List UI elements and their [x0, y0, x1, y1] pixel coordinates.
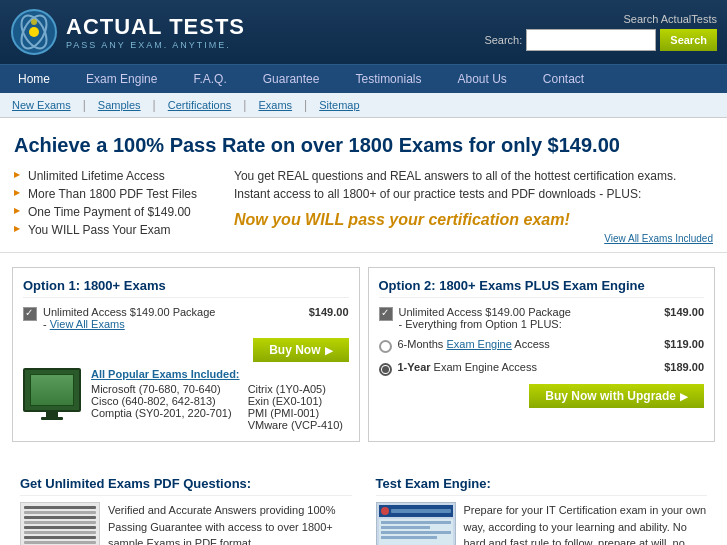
search-input[interactable]	[526, 29, 656, 51]
logo-area: ACTUAL TESTS PASS ANY EXAM. ANYTIME.	[10, 8, 245, 56]
option1-products-text: All Popular Exams Included: Microsoft (7…	[91, 368, 343, 431]
exam-engine-link[interactable]: Exam Engine	[446, 338, 511, 350]
option1-products-row: All Popular Exams Included: Microsoft (7…	[23, 368, 349, 431]
option2-6months-text: 6-Months Exam Engine Access	[398, 338, 659, 350]
hero-description: You get REAL questions and REAL answers …	[234, 167, 713, 244]
hero-bullets: Unlimited Lifetime Access More Than 1800…	[14, 167, 214, 244]
option1-package-text: Unlimited Access $149.00 Package - View …	[43, 306, 303, 330]
nav-item-home[interactable]: Home	[0, 65, 68, 93]
option2-1year-rest: Exam Engine Access	[431, 361, 537, 373]
pdf-thumbnail	[20, 502, 100, 545]
brand-cisco: Cisco (640-802, 642-813)	[91, 395, 216, 407]
bottom-engine-box: Test Exam Engine: Prepare for your IT Ce…	[368, 468, 716, 545]
hero-content: Unlimited Lifetime Access More Than 1800…	[14, 167, 713, 244]
option2-radio-6months[interactable]	[379, 340, 392, 353]
brand-vmware: VMware (VCP-410)	[248, 419, 343, 431]
hero-headline: Achieve a 100% Pass Rate on over 1800 Ex…	[14, 134, 713, 157]
bottom-pdf-box: Get Unlimited Exams PDF Questions:	[12, 468, 360, 545]
hero-desc-text: You get REAL questions and REAL answers …	[234, 167, 713, 203]
option1-view-all-link[interactable]: View All Exams	[50, 318, 125, 330]
option2-6months-row: 6-Months Exam Engine Access $119.00	[379, 338, 705, 353]
option1-products-title[interactable]: All Popular Exams Included:	[91, 368, 240, 380]
option2-6months-rest: Access	[512, 338, 550, 350]
bottom-pdf-desc: Verified and Accurate Answers providing …	[108, 502, 352, 545]
option2-1year-price: $189.00	[664, 361, 704, 373]
brand-exin: Exin (EX0-101)	[248, 395, 323, 407]
header: ACTUAL TESTS PASS ANY EXAM. ANYTIME. Sea…	[0, 0, 727, 64]
nav-item-testimonials[interactable]: Testimonials	[337, 65, 439, 93]
nav-item-guarantee[interactable]: Guarantee	[245, 65, 338, 93]
bullet-3: One Time Payment of $149.00	[14, 203, 214, 221]
option2-1year-row: 1-Year Exam Engine Access $189.00	[379, 361, 705, 376]
search-row: Search: Search	[484, 29, 717, 51]
bottom-pdf-title: Get Unlimited Exams PDF Questions:	[20, 476, 352, 496]
engine-thumbnail	[376, 502, 456, 545]
logo-icon	[10, 8, 58, 56]
logo-tagline: PASS ANY EXAM. ANYTIME.	[66, 40, 245, 50]
option1-buy-now-button[interactable]: Buy Now	[253, 338, 348, 362]
option1-package-label: Unlimited Access $149.00 Package	[43, 306, 215, 318]
sub-nav-new-exams[interactable]: New Exams	[0, 97, 83, 113]
bullet-4: You WILL Pass Your Exam	[14, 221, 214, 239]
option1-title: Option 1: 1800+ Exams	[23, 278, 349, 298]
brand-citrix: Citrix (1Y0-A05)	[248, 383, 326, 395]
option2-6months-price: $119.00	[664, 338, 704, 350]
search-area: Search ActualTests Search: Search	[484, 13, 717, 51]
nav-item-exam-engine[interactable]: Exam Engine	[68, 65, 175, 93]
bottom-engine-content: Prepare for your IT Certification exam i…	[376, 502, 708, 545]
sub-nav: New Exams | Samples | Certifications | E…	[0, 93, 727, 118]
option2-package-text: Unlimited Access $149.00 Package - Every…	[399, 306, 659, 330]
option2-checkbox[interactable]	[379, 307, 393, 321]
option2-buy-upgrade-button[interactable]: Buy Now with Upgrade	[529, 384, 704, 408]
option2-box: Option 2: 1800+ Exams PLUS Exam Engine U…	[368, 267, 716, 442]
bullet-2: More Than 1800 PDF Test Files	[14, 185, 214, 203]
option1-box: Option 1: 1800+ Exams Unlimited Access $…	[12, 267, 360, 442]
sub-nav-samples[interactable]: Samples	[86, 97, 153, 113]
nav-item-about[interactable]: About Us	[439, 65, 524, 93]
option1-package-row: Unlimited Access $149.00 Package - View …	[23, 306, 349, 330]
sub-nav-sitemap[interactable]: Sitemap	[307, 97, 371, 113]
bottom-engine-desc: Prepare for your IT Certification exam i…	[464, 502, 708, 545]
view-all-exams-link[interactable]: View All Exams Included	[234, 233, 713, 244]
hero-slogan: Now you WILL pass your certification exa…	[234, 211, 713, 229]
nav-item-contact[interactable]: Contact	[525, 65, 602, 93]
brand-microsoft: Microsoft (70-680, 70-640)	[91, 383, 221, 395]
sub-nav-certifications[interactable]: Certifications	[156, 97, 244, 113]
logo-text-area: ACTUAL TESTS PASS ANY EXAM. ANYTIME.	[66, 14, 245, 50]
brand-comptia: Comptia (SY0-201, 220-701)	[91, 407, 232, 419]
svg-point-3	[29, 27, 39, 37]
option2-radio-1year[interactable]	[379, 363, 392, 376]
bottom-engine-text: Prepare for your IT Certification exam i…	[464, 502, 708, 545]
option2-sublabel: - Everything from Option 1 PLUS:	[399, 318, 562, 330]
search-button[interactable]: Search	[660, 29, 717, 51]
bullet-1: Unlimited Lifetime Access	[14, 167, 214, 185]
options-section: Option 1: 1800+ Exams Unlimited Access $…	[0, 253, 727, 456]
brands-left: Microsoft (70-680, 70-640) Cisco (640-80…	[91, 383, 232, 431]
search-inline-label: Search:	[484, 34, 522, 46]
option2-1year-text: 1-Year Exam Engine Access	[398, 361, 659, 373]
bottom-engine-title: Test Exam Engine:	[376, 476, 708, 496]
option2-title: Option 2: 1800+ Exams PLUS Exam Engine	[379, 278, 705, 298]
brand-pmi: PMI (PMI-001)	[248, 407, 320, 419]
option1-price: $149.00	[309, 306, 349, 318]
option2-6months-label: 6-Months	[398, 338, 447, 350]
option2-1year-label: 1-Year	[398, 361, 431, 373]
option2-package-label: Unlimited Access $149.00 Package	[399, 306, 571, 318]
main-nav: Home Exam Engine F.A.Q. Guarantee Testim…	[0, 64, 727, 93]
nav-item-faq[interactable]: F.A.Q.	[175, 65, 244, 93]
logo-name: ACTUAL TESTS	[66, 14, 245, 40]
brands-right: Citrix (1Y0-A05) Exin (EX0-101) PMI (PMI…	[248, 383, 343, 431]
bottom-pdf-content: Verified and Accurate Answers providing …	[20, 502, 352, 545]
bottom-section: Get Unlimited Exams PDF Questions:	[0, 456, 727, 545]
option1-checkbox[interactable]	[23, 307, 37, 321]
hero-section: Achieve a 100% Pass Rate on over 1800 Ex…	[0, 118, 727, 253]
bottom-pdf-text: Verified and Accurate Answers providing …	[108, 502, 352, 545]
search-label: Search ActualTests	[623, 13, 717, 25]
svg-point-4	[31, 19, 37, 25]
sub-nav-exams[interactable]: Exams	[246, 97, 304, 113]
option2-price: $149.00	[664, 306, 704, 318]
option2-package-row: Unlimited Access $149.00 Package - Every…	[379, 306, 705, 330]
monitor-graphic	[23, 368, 81, 431]
